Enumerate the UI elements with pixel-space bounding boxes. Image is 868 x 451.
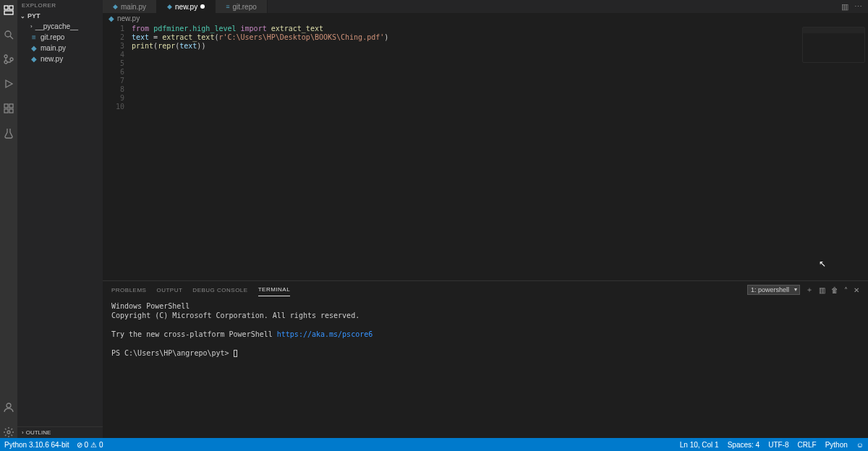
chevron-down-icon: ⌄ (20, 13, 25, 20)
activity-bar (0, 0, 17, 438)
settings-icon[interactable] (3, 426, 14, 438)
breadcrumb-label: new.py (117, 14, 140, 22)
tree-item-file[interactable]: ◆new.py (17, 53, 103, 64)
sidebar-header: EXPLORER (17, 0, 103, 11)
tree-item-folder[interactable]: ›__pycache__ (17, 21, 103, 32)
panel-tab-terminal[interactable]: TERMINAL (258, 283, 290, 296)
status-cursor[interactable]: Ln 10, Col 1 (680, 441, 719, 449)
minimap[interactable] (799, 24, 868, 280)
code-editor[interactable]: 12345678910 from pdfminer.high_level imp… (103, 24, 799, 280)
svg-rect-11 (4, 109, 8, 113)
python-icon: ◆ (30, 56, 38, 63)
status-indent[interactable]: Spaces: 4 (728, 441, 760, 449)
svg-line-4 (10, 36, 13, 39)
extensions-icon[interactable] (3, 103, 14, 114)
svg-rect-1 (9, 6, 13, 9)
python-icon: ◆ (113, 3, 118, 10)
status-python[interactable]: Python 3.10.6 64-bit (4, 441, 69, 449)
testing-icon[interactable] (3, 127, 14, 139)
svg-point-3 (5, 31, 11, 37)
tab-label: main.py (121, 3, 146, 11)
svg-point-5 (4, 55, 7, 58)
split-editor-icon[interactable]: ▥ (841, 2, 848, 12)
new-terminal-icon[interactable]: ＋ (806, 285, 813, 295)
terminal-selector[interactable]: 1: powershell (747, 285, 800, 295)
status-bar: Python 3.10.6 64-bit ⊘0 ⚠0 Ln 10, Col 1 … (0, 438, 868, 451)
tree-item-label: git.repo (41, 33, 64, 41)
python-icon: ◆ (109, 14, 114, 22)
tab-label: new.py (175, 3, 197, 11)
tab-new-py[interactable]: ◆new.py (157, 0, 216, 13)
status-eol[interactable]: CRLF (798, 441, 817, 449)
terminal-line: Windows PowerShell (111, 301, 859, 311)
svg-point-14 (7, 431, 10, 434)
python-icon: ◆ (30, 45, 38, 52)
error-icon: ⊘ (77, 441, 82, 449)
folder-root[interactable]: ⌄PYT (17, 11, 103, 21)
svg-rect-9 (4, 104, 8, 108)
svg-rect-10 (9, 104, 13, 108)
close-panel-icon[interactable]: ✕ (854, 286, 859, 294)
panel-tab-debug[interactable]: DEBUG CONSOLE (192, 284, 247, 296)
svg-point-7 (10, 58, 13, 61)
file-icon: ≡ (226, 3, 229, 10)
warning-icon: ⚠ (90, 441, 97, 449)
tree-item-label: __pycache__ (35, 22, 79, 30)
maximize-panel-icon[interactable]: ˄ (844, 286, 848, 294)
accounts-icon[interactable] (3, 402, 14, 413)
sidebar-explorer: EXPLORER ⌄PYT ›__pycache__ ≡git.repo ◆ma… (17, 0, 103, 438)
status-feedback[interactable]: ☺ (856, 441, 864, 449)
terminal-line: Try the new cross-platform PowerShell ht… (111, 330, 859, 339)
panel-tabs: PROBLEMS OUTPUT DEBUG CONSOLE TERMINAL 1… (103, 281, 868, 298)
svg-rect-12 (9, 109, 13, 113)
tab-gitrepo[interactable]: ≡git.repo (216, 0, 268, 13)
svg-marker-8 (6, 80, 12, 87)
kill-terminal-icon[interactable]: 🗑 (831, 286, 838, 294)
svg-rect-0 (4, 6, 8, 9)
tab-main-py[interactable]: ◆main.py (103, 0, 157, 13)
tree-item-label: new.py (41, 55, 63, 63)
search-icon[interactable] (3, 29, 14, 40)
panel-tab-problems[interactable]: PROBLEMS (111, 284, 146, 296)
svg-rect-2 (4, 11, 13, 14)
status-encoding[interactable]: UTF-8 (768, 441, 788, 449)
editor-area: ◆main.py ◆new.py ≡git.repo ▥ ⋯ ◆new.py 1… (103, 0, 868, 438)
panel-tab-output[interactable]: OUTPUT (156, 284, 182, 296)
terminal-cursor (234, 350, 237, 357)
svg-point-13 (7, 403, 11, 408)
chevron-right-icon: › (22, 429, 24, 436)
status-problems[interactable]: ⊘0 ⚠0 (77, 441, 103, 449)
chevron-right-icon: › (30, 23, 33, 30)
folder-root-label: PYT (27, 12, 41, 20)
modified-indicator (200, 4, 205, 9)
run-debug-icon[interactable] (3, 78, 14, 90)
terminal-line: Copyright (C) Microsoft Corporation. All… (111, 311, 859, 320)
status-language[interactable]: Python (825, 441, 848, 449)
tree-item-label: main.py (41, 44, 66, 52)
tree-item-file[interactable]: ◆main.py (17, 43, 103, 53)
terminal-body[interactable]: Windows PowerShell Copyright (C) Microso… (103, 298, 868, 438)
editor-tabs: ◆main.py ◆new.py ≡git.repo ▥ ⋯ (103, 0, 868, 13)
tree-item-file[interactable]: ≡git.repo (17, 32, 103, 43)
file-icon: ≡ (30, 34, 38, 41)
more-icon[interactable]: ⋯ (854, 2, 862, 12)
tab-label: git.repo (232, 3, 256, 11)
file-tree: ›__pycache__ ≡git.repo ◆main.py ◆new.py (17, 21, 103, 426)
bottom-panel: PROBLEMS OUTPUT DEBUG CONSOLE TERMINAL 1… (103, 280, 868, 438)
python-icon: ◆ (167, 3, 172, 10)
terminal-prompt: PS C:\Users\HP\angrepo\pyt> (111, 348, 859, 358)
line-gutter: 12345678910 (103, 24, 132, 280)
outline-label: OUTLINE (26, 429, 51, 436)
code-lines[interactable]: from pdfminer.high_level import extract_… (132, 24, 799, 280)
svg-point-6 (4, 61, 7, 64)
tab-actions: ▥ ⋯ (841, 0, 868, 13)
breadcrumb[interactable]: ◆new.py (103, 13, 868, 24)
explorer-icon[interactable] (3, 4, 14, 16)
outline-section[interactable]: ›OUTLINE (17, 426, 103, 438)
source-control-icon[interactable] (3, 53, 14, 65)
split-terminal-icon[interactable]: ▥ (819, 286, 825, 294)
